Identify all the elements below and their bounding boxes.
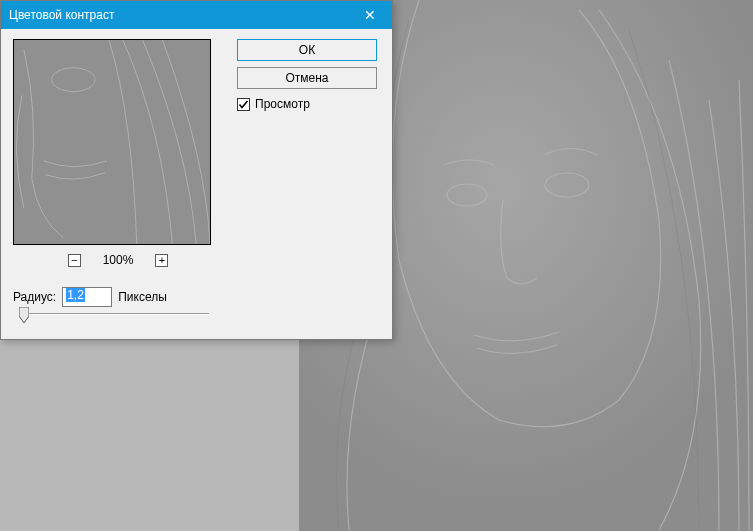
zoom-value: 100% bbox=[103, 253, 134, 267]
checkmark-icon bbox=[238, 99, 249, 110]
dialog-titlebar[interactable]: Цветовой контраст ✕ bbox=[1, 1, 392, 29]
cancel-button[interactable]: Отмена bbox=[237, 67, 377, 89]
radius-slider-thumb[interactable] bbox=[19, 307, 29, 323]
radius-unit: Пикселы bbox=[118, 290, 167, 304]
high-pass-dialog: Цветовой контраст ✕ bbox=[0, 0, 393, 340]
radius-value: 1,2 bbox=[66, 288, 85, 302]
ok-button[interactable]: ОК bbox=[237, 39, 377, 61]
zoom-out-button[interactable]: − bbox=[68, 254, 81, 267]
slider-thumb-icon bbox=[19, 307, 29, 323]
preview-checkbox-label: Просмотр bbox=[255, 97, 310, 111]
close-button[interactable]: ✕ bbox=[348, 1, 392, 29]
dialog-title: Цветовой контраст bbox=[9, 8, 114, 22]
radius-input[interactable]: 1,2 bbox=[62, 287, 112, 307]
filter-preview[interactable] bbox=[13, 39, 211, 245]
zoom-in-button[interactable]: + bbox=[155, 254, 168, 267]
preview-checkbox[interactable] bbox=[237, 98, 250, 111]
close-icon: ✕ bbox=[364, 7, 376, 23]
radius-slider-track[interactable] bbox=[21, 313, 209, 314]
plus-icon: + bbox=[159, 255, 165, 266]
radius-label: Радиус: bbox=[13, 290, 56, 304]
minus-icon: − bbox=[71, 255, 77, 266]
svg-rect-3 bbox=[14, 40, 210, 244]
